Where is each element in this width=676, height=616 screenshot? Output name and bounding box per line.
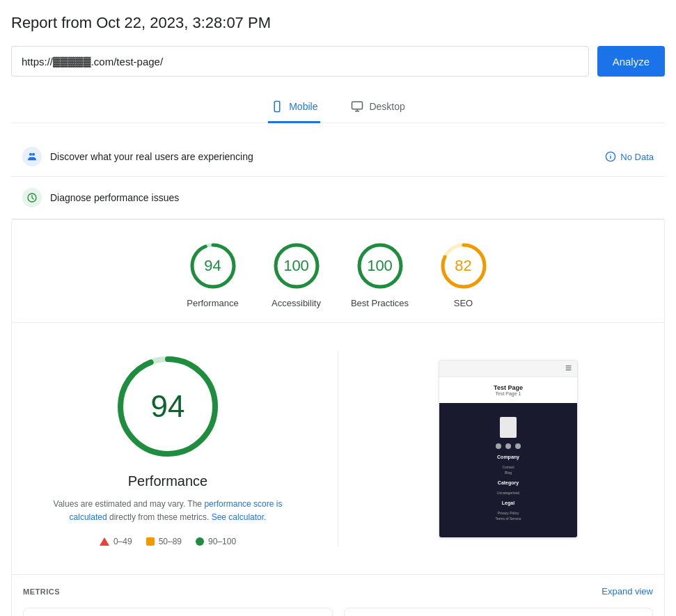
discover-banner-right[interactable]: No Data <box>605 151 654 162</box>
report-title: Report from Oct 22, 2023, 3:28:07 PM <box>11 14 665 32</box>
tab-desktop-label: Desktop <box>369 101 404 112</box>
metrics-section: METRICS Expand view First Contentful Pai… <box>12 575 664 616</box>
scores-row: 94 Performance 100 Accessibility <box>12 220 664 323</box>
info-icon <box>605 151 616 162</box>
screenshot-social-icons <box>496 443 521 449</box>
score-item-performance[interactable]: 94 Performance <box>171 241 255 308</box>
metric-card-fcp: First Contentful Paint 2.1 s <box>23 608 333 616</box>
tab-mobile-label: Mobile <box>289 101 317 112</box>
gauge-icon <box>26 192 38 203</box>
legend-dot-red <box>100 537 109 546</box>
screenshot-frame: ≡ Test Page Test Page 1 Company <box>439 360 578 538</box>
svg-rect-0 <box>274 102 280 112</box>
score-circle-performance: 94 <box>188 241 238 291</box>
score-description: Values are estimated and may vary. The p… <box>49 498 286 524</box>
score-circle-best-practices: 100 <box>355 241 405 291</box>
score-item-seo[interactable]: 82 SEO <box>422 241 505 308</box>
big-score-value: 94 <box>151 389 185 424</box>
no-data-label: No Data <box>620 152 654 162</box>
svg-point-6 <box>32 153 35 156</box>
score-circle-accessibility: 100 <box>272 241 322 291</box>
big-score-label: Performance <box>128 473 208 489</box>
screenshot-legal-text: Legal <box>502 500 514 505</box>
discover-icon-circle <box>22 147 42 166</box>
screenshot-page-subtitle: Test Page 1 <box>446 391 570 396</box>
legend-range-red: 0–49 <box>113 537 132 546</box>
tab-desktop[interactable]: Desktop <box>348 93 407 123</box>
screenshot-uncategorized: Uncategorized <box>497 491 519 495</box>
screenshot-footer: Privacy Policy Terms of Service <box>495 511 521 523</box>
legend-dot-orange <box>146 537 155 546</box>
score-value-accessibility: 100 <box>283 257 309 275</box>
period: . <box>264 512 266 522</box>
description-text-1: Values are estimated and may vary. The <box>54 499 202 509</box>
screenshot-tos-link: Terms of Service <box>495 516 521 521</box>
legend-range-green: 90–100 <box>208 537 236 546</box>
score-value-performance: 94 <box>204 257 221 275</box>
screenshot-social-dot-2 <box>505 443 511 449</box>
screenshot-social-dot-1 <box>496 443 501 449</box>
analyze-button[interactable]: Analyze <box>597 46 665 77</box>
menu-icon: ≡ <box>565 362 572 374</box>
score-label-seo: SEO <box>454 298 473 308</box>
score-circle-seo: 82 <box>439 241 489 291</box>
score-label-accessibility: Accessibility <box>272 298 321 308</box>
diagnose-icon-circle <box>22 188 42 207</box>
score-value-best-practices: 100 <box>367 257 393 275</box>
screenshot-blog-link: Blog <box>505 471 512 475</box>
legend-row: 0–49 50–89 90–100 <box>100 537 236 546</box>
page-container: Report from Oct 22, 2023, 3:28:07 PM Ana… <box>0 0 676 616</box>
url-input[interactable] <box>11 46 589 77</box>
main-content: 94 Performance Values are estimated and … <box>12 323 664 575</box>
score-label-performance: Performance <box>187 298 238 308</box>
screenshot-file-icon <box>500 417 517 438</box>
score-item-best-practices[interactable]: 100 Best Practices <box>338 241 422 308</box>
metrics-title: METRICS <box>23 587 60 596</box>
screenshot-white-section: Test Page Test Page 1 <box>439 377 577 403</box>
legend-dot-green <box>196 537 204 546</box>
people-icon <box>26 151 38 162</box>
legend-item-red: 0–49 <box>100 537 132 546</box>
legend-range-orange: 50–89 <box>159 537 182 546</box>
expand-view-button[interactable]: Expand view <box>602 586 653 597</box>
description-text-2: directly from these metrics. <box>109 512 209 522</box>
svg-point-5 <box>29 153 32 156</box>
score-item-accessibility[interactable]: 100 Accessibility <box>255 241 338 308</box>
svg-rect-2 <box>352 102 363 109</box>
screenshot-page-title: Test Page <box>446 384 570 391</box>
metrics-grid: First Contentful Paint 2.1 s Largest Con… <box>23 608 653 616</box>
scores-container: 94 Performance 100 Accessibility <box>11 219 665 616</box>
mobile-icon <box>271 100 283 113</box>
big-score-circle: 94 <box>112 351 223 462</box>
screenshot-category-text: Category <box>498 480 519 485</box>
screenshot-privacy-link: Privacy Policy <box>497 511 519 515</box>
diagnose-title: Diagnose performance issues <box>50 192 179 203</box>
tab-mobile[interactable]: Mobile <box>268 93 320 123</box>
calculator-link[interactable]: See calculator <box>212 512 264 522</box>
screenshot-company-text: Company <box>497 455 519 459</box>
metric-card-lcp: Largest Contentful Paint 2.7 s <box>344 608 654 616</box>
score-value-seo: 82 <box>455 257 471 275</box>
url-row: Analyze <box>11 46 665 77</box>
right-panel: ≡ Test Page Test Page 1 Company <box>338 351 650 546</box>
score-label-best-practices: Best Practices <box>351 298 409 308</box>
legend-item-green: 90–100 <box>196 537 236 546</box>
legend-item-orange: 50–89 <box>146 537 182 546</box>
left-panel: 94 Performance Values are estimated and … <box>26 351 338 546</box>
screenshot-topbar: ≡ <box>439 361 577 377</box>
screenshot-dark-section: Company Contact Blog Category Uncategori… <box>439 403 577 537</box>
desktop-icon <box>351 100 363 113</box>
tabs-row: Mobile Desktop <box>11 93 665 123</box>
screenshot-contact-links: Contact Blog <box>502 465 514 475</box>
discover-banner: Discover what your real users are experi… <box>11 137 665 177</box>
discover-text: Discover what your real users are experi… <box>50 151 253 162</box>
screenshot-social-dot-3 <box>515 443 521 449</box>
discover-banner-left: Discover what your real users are experi… <box>22 147 253 166</box>
metrics-header: METRICS Expand view <box>23 586 653 597</box>
diagnose-section-header: Diagnose performance issues <box>11 177 665 219</box>
screenshot-contact-link: Contact <box>502 465 514 469</box>
